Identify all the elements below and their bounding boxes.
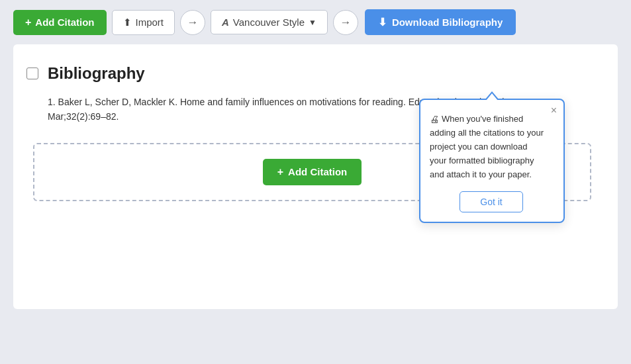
add-citation-inner-label: Add Citation — [288, 166, 347, 177]
bibliography-checkbox[interactable] — [26, 68, 38, 79]
popover-footer: Got it — [430, 191, 553, 212]
style-icon: A — [222, 17, 229, 28]
arrow-button-right[interactable]: → — [333, 10, 358, 35]
printer-icon: 🖨 — [430, 114, 439, 124]
main-content: Bibliography 1. Baker L, Scher D, Mackle… — [13, 44, 618, 309]
import-label: Import — [136, 17, 164, 28]
got-it-label: Got it — [480, 197, 502, 207]
style-button[interactable]: A Vancouver Style ▼ — [211, 10, 328, 34]
arrow-right-icon: → — [187, 16, 199, 29]
arrow-button-left[interactable]: → — [180, 10, 205, 35]
import-button[interactable]: ⬆ Import — [112, 10, 175, 35]
close-icon: × — [551, 105, 557, 116]
popover-body: 🖨When you've finished adding all the cit… — [430, 112, 553, 182]
toolbar: Add Citation ⬆ Import → A Vancouver Styl… — [0, 0, 631, 44]
style-label: Vancouver Style — [233, 17, 305, 28]
download-label: Download Bibliography — [392, 17, 503, 28]
plus-icon-inner — [277, 166, 283, 178]
add-citation-label: Add Citation — [35, 17, 94, 28]
download-bibliography-button[interactable]: ⬇ Download Bibliography — [365, 9, 516, 35]
download-icon: ⬇ — [378, 16, 387, 28]
got-it-button[interactable]: Got it — [460, 191, 522, 212]
popover-close-button[interactable]: × — [551, 105, 557, 116]
popover: × 🖨When you've finished adding all the c… — [419, 99, 565, 223]
upload-icon: ⬆ — [123, 17, 132, 28]
chevron-down-icon: ▼ — [309, 18, 316, 27]
add-citation-inner-button[interactable]: Add Citation — [263, 159, 362, 185]
add-citation-button[interactable]: Add Citation — [13, 10, 107, 35]
bibliography-title: Bibliography — [48, 64, 145, 83]
bibliography-header: Bibliography — [26, 64, 598, 83]
plus-icon — [25, 17, 31, 28]
popover-text: When you've finished adding all the cita… — [430, 114, 544, 179]
arrow-icon: → — [340, 16, 351, 29]
